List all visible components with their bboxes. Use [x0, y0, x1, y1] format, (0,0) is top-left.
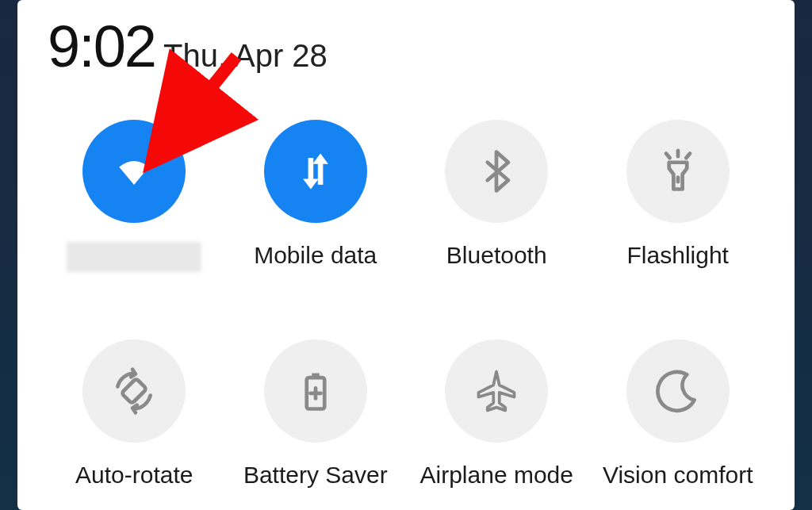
battery-saver-toggle[interactable]	[264, 339, 367, 443]
wifi-toggle[interactable]	[82, 120, 186, 223]
svg-marker-3	[312, 154, 328, 164]
wifi-label	[67, 242, 201, 272]
mobile-data-toggle[interactable]	[264, 120, 367, 223]
mobile-data-tile[interactable]: Mobile data	[229, 120, 403, 272]
bluetooth-label: Bluetooth	[446, 242, 547, 269]
mobile-data-icon	[292, 148, 339, 195]
auto-rotate-label: Auto-rotate	[75, 462, 193, 489]
tiles-grid: Mobile data Bluetooth	[48, 120, 764, 489]
auto-rotate-tile[interactable]: Auto-rotate	[48, 339, 221, 489]
svg-line-7	[686, 154, 690, 159]
auto-rotate-icon	[110, 367, 158, 415]
bluetooth-icon	[473, 148, 520, 195]
battery-saver-tile[interactable]: Battery Saver	[229, 339, 403, 489]
wifi-tile[interactable]	[48, 120, 221, 272]
bluetooth-toggle[interactable]	[445, 120, 548, 223]
svg-rect-8	[121, 378, 147, 404]
vision-comfort-toggle[interactable]	[626, 339, 730, 443]
airplane-mode-icon	[473, 367, 520, 415]
vision-comfort-icon	[654, 367, 702, 415]
airplane-mode-tile[interactable]: Airplane mode	[410, 339, 584, 489]
wifi-icon	[110, 148, 158, 195]
bluetooth-tile[interactable]: Bluetooth	[410, 120, 584, 272]
svg-marker-1	[303, 178, 319, 189]
flashlight-icon	[654, 148, 702, 195]
airplane-mode-label: Airplane mode	[420, 462, 573, 489]
airplane-mode-toggle[interactable]	[445, 339, 548, 443]
auto-rotate-toggle[interactable]	[82, 339, 186, 443]
battery-saver-icon	[292, 367, 339, 415]
clock-time: 9:02	[48, 17, 155, 76]
flashlight-tile[interactable]: Flashlight	[592, 120, 765, 272]
status-header: 9:02 Thu, Apr 28	[48, 17, 764, 76]
vision-comfort-label: Vision comfort	[603, 462, 753, 489]
flashlight-toggle[interactable]	[626, 120, 730, 223]
clock-date: Thu, Apr 28	[163, 38, 327, 74]
svg-line-6	[666, 154, 670, 159]
quick-settings-panel: 9:02 Thu, Apr 28	[17, 0, 795, 510]
battery-saver-label: Battery Saver	[243, 462, 388, 489]
vision-comfort-tile[interactable]: Vision comfort	[592, 339, 765, 489]
svg-rect-10	[312, 374, 319, 378]
mobile-data-label: Mobile data	[254, 242, 377, 269]
flashlight-label: Flashlight	[627, 242, 729, 269]
